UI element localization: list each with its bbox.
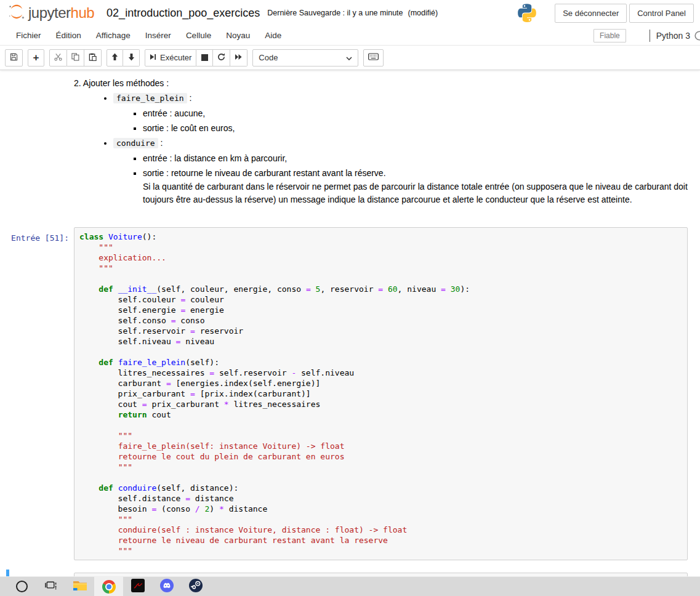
toolbar: + <box>0 46 700 70</box>
markdown-heading: Ajouter les méthodes : <box>83 78 169 88</box>
cell-type-value: Code <box>259 53 278 62</box>
interrupt-kernel-button[interactable] <box>196 49 213 66</box>
dropdown-chevron-icon <box>346 53 352 62</box>
kernel-name: Python 3 <box>656 31 690 41</box>
keyboard-icon <box>368 53 379 62</box>
trusted-indicator[interactable]: Fiable <box>593 29 626 42</box>
discord-icon <box>160 579 174 595</box>
paste-cell-button[interactable] <box>84 49 102 66</box>
add-cell-icon: + <box>33 52 39 63</box>
code-cell[interactable]: Entrée [51]:class Voiture(): """ explica… <box>6 224 688 563</box>
taskbar-item-cortana[interactable] <box>7 577 36 596</box>
cell-main: Entrée [51]:class Voiture(): """ explica… <box>9 227 688 560</box>
menu-aide[interactable]: Aide <box>257 27 289 44</box>
menu-noyau[interactable]: Noyau <box>219 27 257 44</box>
markdown-subbullet: entrée : aucune, <box>143 107 688 119</box>
save-status: Dernière Sauvegarde : il y a une minute <box>267 9 403 17</box>
restart-icon <box>217 53 225 63</box>
code-editor[interactable]: class Voiture(): """ explication... """ … <box>74 227 688 560</box>
task-view-icon <box>44 579 57 594</box>
notebook-area: 2. Ajouter les méthodes : faire_le_plein… <box>0 70 700 596</box>
markdown-list: faire_le_plein :entrée : aucune,sortie :… <box>74 92 688 206</box>
markdown-item-number: 2. <box>74 78 81 88</box>
inline-code: faire_le_plein <box>113 93 187 103</box>
move-down-icon <box>128 53 135 63</box>
jupyterhub-logo[interactable]: jupyterhub <box>7 2 94 23</box>
command-palette-button[interactable] <box>363 49 384 66</box>
markdown-subbullet: sortie : retourne le niveau de carburant… <box>143 167 688 206</box>
notebook-title[interactable]: 02_introduction_poo_exercices <box>107 7 260 20</box>
run-icon <box>150 53 156 62</box>
markdown-bullet: faire_le_plein :entrée : aucune,sortie :… <box>113 92 688 134</box>
save-button[interactable] <box>5 49 23 66</box>
jupyter-planet-icon <box>7 2 28 23</box>
taskbar-item-chrome[interactable] <box>94 577 123 596</box>
menubar-divider <box>650 30 650 42</box>
python-logo <box>517 2 537 23</box>
menu-edition[interactable]: Édition <box>49 27 89 44</box>
move-cell-down-button[interactable] <box>123 49 140 66</box>
msi-center-icon <box>131 579 145 595</box>
kernel-indicator-icon <box>694 31 700 41</box>
taskbar-item-msi-center[interactable] <box>123 577 152 596</box>
menu-affichage[interactable]: Affichage <box>89 27 138 44</box>
cortana-icon <box>16 581 28 592</box>
menubar-items: FichierÉditionAffichageInsérerCelluleNoy… <box>9 27 289 44</box>
cell-type-dropdown[interactable]: Code <box>252 49 358 66</box>
menu-fichier[interactable]: Fichier <box>9 27 49 44</box>
run-cell-button[interactable]: Exécuter <box>145 49 196 66</box>
menu-inserer[interactable]: Insérer <box>138 27 179 44</box>
cut-cell-button[interactable] <box>49 49 67 66</box>
copy-cell-button[interactable] <box>67 49 84 66</box>
move-cell-up-button[interactable] <box>107 49 123 66</box>
taskbar-item-steam[interactable] <box>181 577 210 596</box>
logo-text-jupyter: jupyter <box>28 4 71 22</box>
control-panel-button[interactable]: Control Panel <box>629 4 694 23</box>
markdown-cell[interactable]: 2. Ajouter les méthodes : faire_le_plein… <box>6 74 688 212</box>
header: jupyterhub 02_introduction_poo_exercices… <box>0 0 700 26</box>
steam-icon <box>189 579 203 595</box>
input-prompt: Entrée [51]: <box>9 227 74 560</box>
restart-run-all-button[interactable] <box>230 49 247 66</box>
cut-icon <box>54 53 62 63</box>
markdown-subbullet: sortie : le coût en euros, <box>143 122 688 134</box>
taskbar-item-task-view[interactable] <box>36 577 65 596</box>
markdown-paragraph: Si la quantité de carburant dans le rése… <box>143 180 688 206</box>
markdown-bullet: conduire :entrée : la distance en km à p… <box>113 137 688 206</box>
chrome-icon <box>102 580 116 594</box>
file-explorer-icon <box>73 579 87 594</box>
add-cell-button[interactable]: + <box>28 49 44 66</box>
markdown-subbullet: entrée : la distance en km à parcourir, <box>143 152 688 164</box>
modified-badge: (modifié) <box>408 9 438 17</box>
markdown-ol-item: 2. Ajouter les méthodes : <box>74 77 688 89</box>
windows-taskbar <box>0 576 700 596</box>
save-icon <box>10 53 18 63</box>
menubar: FichierÉditionAffichageInsérerCelluleNoy… <box>0 26 700 46</box>
run-label: Exécuter <box>160 53 191 62</box>
code-cells: Entrée [51]:class Voiture(): """ explica… <box>6 224 688 596</box>
taskbar-item-file-explorer[interactable] <box>65 577 94 596</box>
fast-forward-icon <box>235 53 243 62</box>
move-up-icon <box>111 53 118 63</box>
paste-icon <box>89 53 97 63</box>
inline-code: conduire <box>113 138 158 148</box>
stop-icon <box>201 54 208 61</box>
menu-cellule[interactable]: Cellule <box>179 27 219 44</box>
taskbar-item-discord[interactable] <box>152 577 181 596</box>
copy-icon <box>71 53 79 63</box>
restart-kernel-button[interactable] <box>213 49 230 66</box>
logo-text-hub: hub <box>71 4 95 22</box>
logout-button[interactable]: Se déconnecter <box>555 4 627 23</box>
